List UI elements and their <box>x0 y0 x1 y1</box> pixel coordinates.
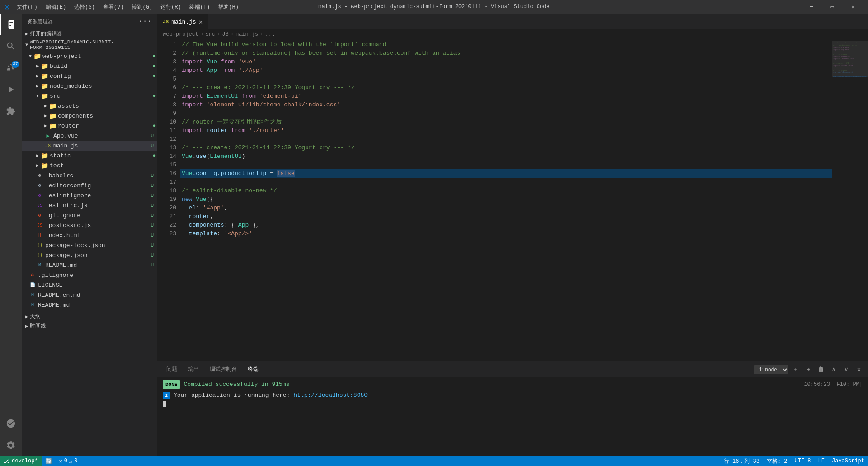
tree-item-assets[interactable]: ▶ 📁 assets <box>22 101 157 111</box>
timeline-section[interactable]: ▶ 时间线 <box>22 321 157 331</box>
open-editors-section[interactable]: ▶ 打开的编辑器 <box>22 29 157 38</box>
menu-run[interactable]: 运行(R) <box>157 2 185 12</box>
package-lock-label: package-lock.json <box>45 242 151 249</box>
sidebar-more-button[interactable]: ··· <box>138 17 152 25</box>
line-ending[interactable]: LF <box>815 456 828 466</box>
menu-file[interactable]: 文件(F) <box>13 2 41 12</box>
breadcrumb-src[interactable]: src <box>205 31 215 38</box>
test-chevron: ▶ <box>36 163 39 168</box>
tree-item-test[interactable]: ▶ 📁 test <box>22 161 157 171</box>
web-project-label: web-project <box>42 53 152 60</box>
tab-close-button[interactable]: ✕ <box>199 18 203 26</box>
panel-maximize-button[interactable]: ∨ <box>841 364 852 375</box>
tree-item-editorconfig[interactable]: ⚙ .editorconfig U <box>22 181 157 190</box>
main-js-tab[interactable]: JS main.js ✕ <box>157 14 208 29</box>
eslintrc-badge: U <box>151 203 154 208</box>
terminal-timestamp: 10:56:23 |F10: PM| <box>804 380 863 389</box>
static-folder-icon: 📁 <box>41 152 48 160</box>
tree-item-src[interactable]: ▼ 📁 src ● <box>22 91 157 101</box>
menu-help[interactable]: 帮助(H) <box>214 2 242 12</box>
breadcrumb-web-project[interactable]: web-project <box>163 31 198 38</box>
babelrc-badge: U <box>151 173 154 178</box>
tree-item-readme-en[interactable]: M README.en.md <box>22 290 157 300</box>
activity-explorer[interactable] <box>0 14 22 35</box>
menu-view[interactable]: 查看(V) <box>99 2 127 12</box>
activity-remote[interactable] <box>0 413 22 434</box>
encoding[interactable]: UTF-8 <box>791 456 815 466</box>
panel-tab-output[interactable]: 输出 <box>183 361 204 377</box>
project-section[interactable]: ▼ WEB-PROJECT_DYNAMIC-SUBMIT-FORM_202101… <box>22 38 157 51</box>
web-project-badge: ● <box>152 53 156 59</box>
sync-button[interactable]: 🔄 <box>42 456 56 466</box>
tree-item-readme-md[interactable]: M README.md U <box>22 260 157 270</box>
tree-item-babelrc[interactable]: ⚙ .babelrc U <box>22 171 157 181</box>
menu-edit[interactable]: 编辑(E) <box>42 2 70 12</box>
code-content[interactable]: // The Vue build version to load with th… <box>180 39 832 361</box>
menu-select[interactable]: 选择(S) <box>71 2 99 12</box>
tree-item-root-gitignore[interactable]: ⚙ .gitignore <box>22 270 157 280</box>
delete-terminal-button[interactable]: 🗑 <box>816 364 826 375</box>
terminal-info-text: Your application is running here: http:/… <box>174 391 368 400</box>
tree-item-eslintrc[interactable]: JS .eslintrc.js U <box>22 200 157 210</box>
root-gitignore-icon: ⚙ <box>29 272 36 278</box>
tree-item-router[interactable]: ▶ 📁 router ● <box>22 121 157 131</box>
terminal-select[interactable]: 1: node <box>754 365 788 374</box>
git-branch-icon: ⎇ <box>4 458 10 465</box>
sidebar-title: 资源管理器 <box>27 18 53 25</box>
maximize-button[interactable]: ▭ <box>822 0 843 14</box>
panel-close-button[interactable]: ✕ <box>854 364 864 375</box>
panel-collapse-button[interactable]: ∧ <box>828 364 839 375</box>
panel-tab-problems[interactable]: 问题 <box>161 361 183 377</box>
breadcrumb-js[interactable]: JS <box>222 31 228 38</box>
tree-item-package-lock[interactable]: {} package-lock.json U <box>22 240 157 250</box>
git-branch[interactable]: ⎇ develop* <box>0 456 42 466</box>
assets-folder-icon: 📁 <box>49 102 56 110</box>
components-label: components <box>58 113 157 119</box>
terminal-content[interactable]: DONE Compiled successfully in 915ms 10:5… <box>157 377 868 456</box>
activity-run[interactable] <box>0 79 22 100</box>
split-terminal-button[interactable]: ⊞ <box>803 364 814 375</box>
menu-terminal[interactable]: 终端(T) <box>186 2 214 12</box>
tree-item-index-html[interactable]: H index.html U <box>22 230 157 240</box>
outline-label: 大纲 <box>30 313 41 320</box>
panel-tab-debug-console[interactable]: 调试控制台 <box>204 361 242 377</box>
router-chevron: ▶ <box>44 123 47 128</box>
tree-item-postcssrc[interactable]: JS .postcssrc.js U <box>22 220 157 230</box>
tree-item-gitignore[interactable]: ⚙ .gitignore U <box>22 210 157 220</box>
tree-item-build[interactable]: ▶ 📁 build ● <box>22 61 157 71</box>
tree-item-config[interactable]: ▶ 📁 config ● <box>22 71 157 81</box>
tree-item-package-json[interactable]: {} package.json U <box>22 250 157 260</box>
panel: 问题 输出 调试控制台 终端 1: node ＋ <box>157 361 868 456</box>
tree-item-components[interactable]: ▶ 📁 components <box>22 111 157 121</box>
activity-search[interactable] <box>0 35 22 57</box>
add-terminal-button[interactable]: ＋ <box>790 364 801 375</box>
close-button[interactable]: ✕ <box>843 0 863 14</box>
tree-item-main-js[interactable]: JS main.js U <box>22 141 157 151</box>
tree-item-static[interactable]: ▶ 📁 static ● <box>22 151 157 161</box>
cursor-position[interactable]: 行 16，列 33 <box>720 456 763 466</box>
language-mode[interactable]: JavaScript <box>828 456 868 466</box>
code-line-23: template: '<App/>' <box>180 229 832 238</box>
minimize-button[interactable]: — <box>801 0 822 14</box>
indentation[interactable]: 空格: 2 <box>763 456 791 466</box>
tree-item-node-modules[interactable]: ▶ 📁 node_modules <box>22 81 157 91</box>
package-json-badge: U <box>151 252 154 258</box>
menu-goto[interactable]: 转到(G) <box>128 2 156 12</box>
breadcrumb-dots[interactable]: ... <box>265 31 275 38</box>
outline-section[interactable]: ▶ 大纲 <box>22 312 157 321</box>
breadcrumb-main-js[interactable]: main.js <box>236 31 258 38</box>
activity-source-control[interactable]: 37 <box>0 57 22 79</box>
breadcrumb-sep-4: › <box>260 31 263 38</box>
tree-item-license[interactable]: 📄 LICENSE <box>22 280 157 290</box>
activity-extensions[interactable] <box>0 100 22 122</box>
tree-item-readme[interactable]: M README.md <box>22 300 157 310</box>
tree-item-eslintignore[interactable]: ⚙ .eslintignore U <box>22 190 157 200</box>
tree-item-web-project[interactable]: ▼ 📁 web-project ● <box>22 51 157 61</box>
readme-md-icon: M <box>36 263 43 268</box>
assets-label: assets <box>58 103 157 109</box>
tree-item-app-vue[interactable]: ▶ App.vue U <box>22 131 157 141</box>
gitignore-badge: U <box>151 213 154 218</box>
panel-tab-terminal[interactable]: 终端 <box>242 361 264 377</box>
activity-settings[interactable] <box>0 434 22 456</box>
errors-warnings[interactable]: ✕ 0 ⚠ 0 <box>56 456 81 466</box>
